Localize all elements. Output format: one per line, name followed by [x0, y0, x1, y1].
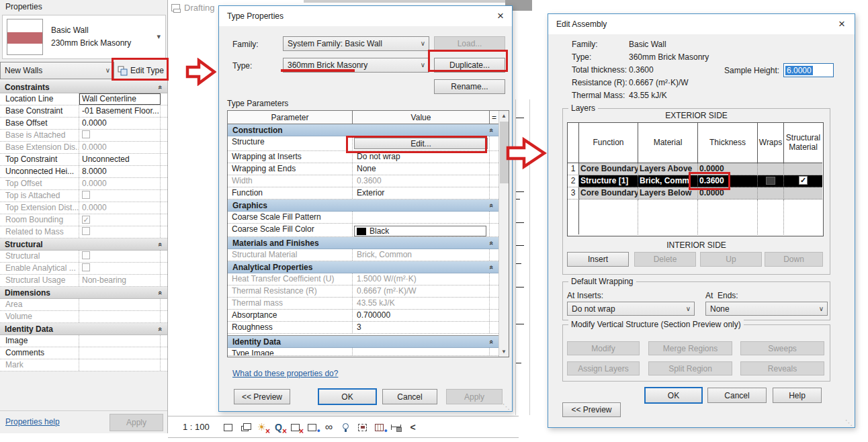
layer-cell-structural[interactable] [784, 163, 822, 175]
section-header-identity-data[interactable]: Identity Data« [0, 323, 167, 335]
param-section-graphics[interactable]: Graphics« [228, 200, 498, 212]
collapse-icon[interactable]: « [157, 290, 165, 294]
collapse-icon[interactable]: « [488, 265, 496, 269]
instance-filter-dropdown[interactable]: New Walls ∨ [0, 62, 114, 79]
property-value[interactable]: Unconnected [79, 154, 161, 165]
param-section-analytical-properties[interactable]: Analytical Properties« [228, 261, 498, 273]
param-value[interactable]: Black [353, 224, 490, 236]
section-header-constraints[interactable]: Constraints« [0, 81, 167, 93]
layer-cell-wraps[interactable] [758, 187, 784, 200]
layer-cell-structural[interactable]: ✓ [784, 175, 822, 187]
detail-level-icon[interactable] [222, 421, 234, 434]
sample-height-input[interactable]: 6.0000 [783, 63, 834, 77]
layer-cell-wraps[interactable] [758, 175, 784, 187]
ok-button[interactable]: OK [644, 387, 703, 404]
ok-button[interactable]: OK [318, 388, 377, 405]
layer-cell-material[interactable]: Layers Below [638, 187, 698, 200]
preview-button[interactable]: << Preview [562, 402, 621, 417]
at-inserts-dropdown[interactable]: Do not wrap ∨ [567, 302, 695, 316]
show-analytical-model-icon[interactable]: ● [373, 421, 386, 434]
scroll-down-icon[interactable]: ▼ [499, 347, 509, 357]
wraps-checkbox-icon[interactable] [766, 177, 775, 185]
edit-structure-button[interactable]: Edit... [354, 138, 488, 149]
resize-grip[interactable]: ⋱ [845, 418, 853, 427]
edit-assembly-titlebar[interactable]: Edit Assembly [548, 14, 855, 34]
layer-cell-structural[interactable] [784, 187, 822, 200]
collapse-icon[interactable]: « [157, 85, 165, 89]
reveal-constraints-icon[interactable] [390, 421, 402, 434]
param-value[interactable]: 0.700000 [353, 310, 490, 321]
layer-row-1[interactable]: 1Core BoundaryLayers Above0.0000 [568, 163, 823, 175]
preview-button[interactable]: << Preview [234, 389, 290, 404]
temporary-view-properties-icon[interactable] [356, 421, 369, 434]
param-section-identity-data[interactable]: Identity Data« [228, 336, 498, 348]
layer-row-3[interactable]: 3Core BoundaryLayers Below0.0000 [568, 187, 823, 200]
close-icon[interactable]: × [497, 9, 504, 23]
param-value[interactable] [353, 212, 490, 223]
param-value[interactable]: Exterior [353, 187, 490, 199]
property-value[interactable] [79, 347, 161, 359]
properties-info-link[interactable]: What do these properties do? [232, 369, 338, 378]
layer-cell-function[interactable]: Core Boundary [579, 187, 638, 200]
table-scrollbar[interactable]: ▲ ▼ [498, 111, 509, 357]
param-value[interactable]: Do not wrap [353, 151, 490, 163]
visual-style-icon[interactable] [238, 421, 251, 434]
collapse-icon[interactable]: « [488, 339, 496, 343]
duplicate-button[interactable]: Duplicate... [434, 58, 505, 73]
collapse-icon[interactable]: « [488, 240, 496, 245]
type-selector[interactable]: Basic Wall 230mm Brick Masonry ▾ [2, 15, 166, 59]
param-value[interactable]: None [353, 163, 490, 175]
show-rendering-dialog-icon[interactable]: × [289, 421, 302, 434]
properties-help-link[interactable]: Properties help [5, 417, 60, 427]
at-ends-dropdown[interactable]: None ∨ [705, 302, 828, 316]
layer-cell-material[interactable]: Layers Above [638, 163, 698, 175]
param-section-construction[interactable]: Construction« [228, 124, 498, 136]
scroll-thumb[interactable] [500, 122, 509, 183]
close-icon[interactable]: × [838, 17, 845, 31]
cancel-button[interactable]: Cancel [707, 388, 767, 403]
layer-cell-function[interactable]: Structure [1] [579, 175, 638, 187]
type-properties-titlebar[interactable]: Type Properties [219, 6, 512, 26]
rename-button[interactable]: Rename... [434, 79, 505, 94]
section-header-dimensions[interactable]: Dimensions« [0, 287, 167, 299]
layer-cell-thickness[interactable]: 0.0000 [698, 163, 758, 175]
param-section-materials-and-finishes[interactable]: Materials and Finishes« [228, 237, 498, 249]
insert-button[interactable]: Insert [567, 252, 629, 267]
color-field[interactable]: Black [354, 226, 486, 236]
sun-path-icon[interactable]: ☀× [255, 421, 268, 434]
view-scale-button[interactable]: 1 : 100 [183, 422, 210, 432]
help-button[interactable]: Help [773, 388, 822, 403]
layer-cell-material[interactable]: Brick, Comm [638, 175, 698, 187]
family-dropdown[interactable]: System Family: Basic Wall ∨ [283, 36, 429, 51]
layer-cell-thickness[interactable]: 0.0000 [698, 187, 758, 200]
layer-cell-function[interactable]: Core Boundary [579, 163, 638, 175]
view-tab-drafting[interactable]: Drafting [169, 0, 218, 15]
resize-grip[interactable]: ⋱ [503, 402, 510, 411]
structural-checkbox-icon[interactable]: ✓ [799, 176, 808, 185]
collapse-icon[interactable]: « [488, 203, 496, 207]
show-crop-region-icon[interactable]: ● [306, 421, 318, 434]
property-value[interactable]: -01 Basement Floor... [79, 105, 161, 117]
cancel-button[interactable]: Cancel [382, 389, 437, 404]
collapse-icon[interactable]: « [157, 242, 165, 246]
param-value[interactable] [353, 348, 490, 355]
reveal-hidden-elements-icon[interactable] [339, 421, 352, 434]
expand-view-bar-icon[interactable]: < [406, 421, 419, 434]
property-value[interactable] [79, 335, 161, 347]
property-value[interactable]: 8.0000 [79, 166, 161, 177]
edit-type-button[interactable]: Edit Type [116, 62, 167, 79]
shadows-icon[interactable]: Q× [272, 421, 285, 434]
param-value[interactable]: 3 [353, 322, 490, 333]
layer-cell-thickness[interactable]: 0.3600 [698, 175, 758, 187]
section-header-structural[interactable]: Structural« [0, 238, 167, 251]
collapse-icon[interactable]: « [157, 326, 165, 330]
property-value[interactable]: Wall Centerline [79, 93, 161, 105]
temporary-hide-isolate-icon[interactable]: ∞ [322, 421, 335, 434]
selector-dropdown-icon[interactable]: ▾ [157, 32, 161, 41]
layer-row-2[interactable]: 2Structure [1]Brick, Comm0.3600✓ [568, 175, 823, 187]
type-dropdown[interactable]: 360mm Brick Masonry ∨ [283, 58, 429, 73]
collapse-icon[interactable]: « [488, 128, 496, 132]
property-value[interactable]: 0.0000 [79, 118, 161, 129]
scroll-up-icon[interactable]: ▲ [499, 111, 509, 121]
layer-cell-wraps[interactable] [758, 163, 784, 175]
